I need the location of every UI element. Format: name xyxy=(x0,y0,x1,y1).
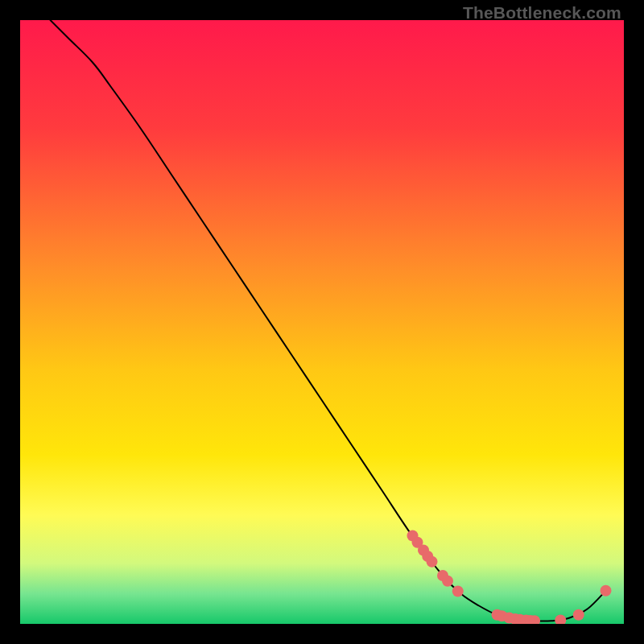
data-point xyxy=(601,585,612,597)
data-point xyxy=(452,586,464,597)
chart-frame: TheBottleneck.com xyxy=(0,0,644,644)
data-point xyxy=(427,556,438,568)
data-point xyxy=(573,609,584,621)
data-point xyxy=(442,576,453,587)
bottleneck-chart xyxy=(20,20,624,624)
gradient-rect xyxy=(20,20,624,624)
